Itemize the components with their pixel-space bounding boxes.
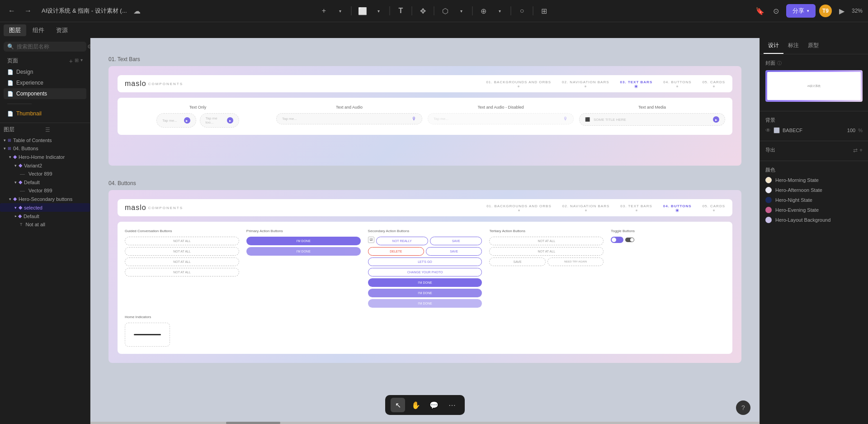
layer-hero-home[interactable]: ▾ ◆ Hero-Home Indicator [0, 152, 90, 161]
layer-chevron-default2[interactable]: ▾ [14, 215, 18, 217]
demo-btn-done2[interactable]: I'M DONE [246, 247, 361, 256]
frame-chevron[interactable]: ▾ [372, 4, 386, 18]
nav-item-buttons: 04. BUTTONS [663, 80, 691, 87]
demo-btn-tert1[interactable]: NOT AT ALL [489, 237, 604, 245]
cursor-tool-btn[interactable]: ↖ [391, 398, 405, 412]
demo-btn-letsgo[interactable]: LET'S GO [368, 257, 482, 266]
circle-tool[interactable]: ○ [515, 4, 529, 18]
right-tab-prototype[interactable]: 原型 [803, 38, 823, 54]
layer-chevron-secondary[interactable]: ▾ [9, 197, 11, 201]
demo-btn-not4[interactable]: NOT AT ALL [125, 268, 239, 276]
play-btn-2[interactable]: ▶ [227, 117, 233, 124]
layer-chevron-hero-home[interactable]: ▾ [9, 155, 11, 159]
layer-search-box[interactable]: 🔍 ⚙ [4, 42, 86, 52]
demo-btn-not2[interactable]: NOT AT ALL [125, 247, 239, 256]
play-button[interactable]: ▶ [835, 5, 848, 17]
hand-tool-btn[interactable]: ✋ [409, 398, 423, 412]
right-tab-design[interactable]: 设计 [764, 38, 783, 54]
forward-button[interactable]: → [22, 5, 34, 17]
frame-tool[interactable]: ⬜ [355, 4, 370, 18]
layer-not-at-all[interactable]: T Not at all [0, 220, 90, 229]
text-tool[interactable]: T [394, 4, 408, 18]
canvas-area[interactable]: 01. Text Bars maslo COMPONENTS 01. BACKG… [90, 38, 760, 424]
layer-default-1[interactable]: ▾ ◆ Default [0, 178, 90, 186]
bg-color-swatch[interactable] [774, 127, 780, 133]
checkbox-icon[interactable]: ☑ [368, 237, 374, 243]
bg-color-value[interactable]: BABECF [783, 128, 844, 133]
component-tool[interactable]: ⬡ [438, 4, 453, 18]
export-icon-left[interactable]: ⇄ [853, 147, 858, 153]
layer-hero-secondary[interactable]: ▾ ◆ Hero-Secondary buttons [0, 195, 90, 203]
layers-sort-icon[interactable]: ☰ [45, 127, 87, 133]
demo-btn-not1[interactable]: NOT AT ALL [125, 237, 239, 245]
layer-chevron-buttons[interactable]: ▾ [4, 146, 6, 151]
buttons-section-label: 04. Buttons [108, 180, 741, 186]
layer-table-of-contents[interactable]: ▾ ⊞ Table of Contents [0, 136, 90, 144]
help-button[interactable]: ? [736, 400, 750, 415]
demo-btn-done3[interactable]: I'M DONE [368, 278, 482, 287]
nav-item-bg: 01. BACKGROUNDS AND ORBS [486, 80, 551, 87]
layer-04-buttons[interactable]: ▾ ⊞ 04. Buttons [0, 144, 90, 152]
share-button[interactable]: 分享 ▾ [786, 4, 816, 18]
layer-variant2[interactable]: ▾ ◆ Variant2 [0, 161, 90, 170]
bool-tool[interactable]: ⊕ [476, 4, 491, 18]
page-design[interactable]: 📄 Design [4, 67, 86, 77]
layer-chevron-variant2[interactable]: ▾ [14, 163, 17, 168]
page-components[interactable]: 📄 Components [4, 88, 86, 99]
demo-btn-not3[interactable]: NOT AT ALL [125, 257, 239, 266]
play-btn-media[interactable]: ▶ [713, 116, 719, 123]
layer-search-input[interactable] [17, 43, 85, 50]
layer-default-2[interactable]: ▾ ◆ Default [0, 212, 90, 220]
bool-chevron[interactable]: ▾ [493, 4, 507, 18]
layer-chevron-default1[interactable]: ▾ [14, 180, 17, 185]
tab-assets[interactable]: 资源 [51, 24, 73, 36]
toggle-track-off[interactable] [625, 238, 634, 242]
more-tool-btn[interactable]: ⋯ [445, 398, 459, 412]
page-experience[interactable]: 📄 Experience [4, 77, 86, 88]
back-button[interactable]: ← [5, 5, 18, 17]
plus-chevron[interactable]: ▾ [333, 4, 348, 18]
layers-title: 图层 [4, 126, 45, 133]
add-page-icon[interactable]: + [69, 57, 73, 65]
search-icon[interactable]: ⊙ [770, 5, 783, 17]
bg-opacity-value[interactable]: 100 [847, 128, 855, 133]
export-icon-plus[interactable]: + [859, 147, 863, 153]
crop-tool[interactable]: ⊞ [537, 4, 552, 18]
demo-btn-photo[interactable]: CHANGE YOUR PHOTO [368, 268, 482, 276]
h-scrollbar-thumb[interactable] [226, 422, 280, 424]
layer-vector-899-2[interactable]: — Vector 899 [0, 186, 90, 195]
demo-btn-tert-save[interactable]: SAVE [489, 257, 545, 266]
bookmark-icon[interactable]: 🔖 [754, 5, 766, 17]
toggle-track[interactable] [611, 237, 623, 243]
vector-tool[interactable]: ✥ [416, 4, 430, 18]
demo-btn-save1[interactable]: SAVE [430, 237, 482, 245]
nav-dot-navbars [585, 86, 586, 87]
tab-components[interactable]: 组件 [27, 24, 50, 36]
demo-btn-tert-retry[interactable]: NEED TRY AGAIN [547, 257, 604, 266]
demo-btn-notreally[interactable]: NOT REALLY [376, 237, 428, 245]
right-tab-annotate[interactable]: 标注 [783, 38, 803, 54]
zoom-level[interactable]: 32% [852, 8, 863, 14]
layer-toc-label: Table of Contents [13, 138, 52, 143]
demo-btn-done1[interactable]: I'M DONE [246, 237, 361, 245]
plus-tool-button[interactable]: + [317, 4, 331, 18]
layer-selected[interactable]: ▾ ◆ selected [0, 203, 90, 212]
demo-btn-delete[interactable]: DELETE [368, 247, 424, 256]
layer-chevron-selected[interactable]: ▾ [14, 205, 17, 210]
layer-vector-899-1[interactable]: — Vector 899 [0, 170, 90, 178]
export-icons: ⇄ + [853, 147, 863, 153]
play-btn-1[interactable]: ▶ [184, 117, 190, 124]
demo-btn-save2[interactable]: SAVE [426, 247, 482, 256]
component-chevron[interactable]: ▾ [454, 4, 469, 18]
demo-btn-done5[interactable]: I'M DONE [368, 299, 482, 308]
pages-view-icon[interactable]: ⊞ [75, 57, 79, 65]
comment-tool-btn[interactable]: 💬 [427, 398, 441, 412]
pages-chevron[interactable]: ▾ [80, 57, 83, 65]
h-scrollbar-track[interactable] [90, 422, 760, 424]
tab-layers[interactable]: 图层 [4, 24, 26, 36]
eye-icon[interactable]: 👁 [765, 127, 771, 133]
demo-btn-done4[interactable]: I'M DONE [368, 289, 482, 297]
layer-chevron-toc[interactable]: ▾ [4, 138, 6, 143]
demo-btn-tert2[interactable]: NOT AT ALL [489, 247, 604, 256]
page-thumbnail[interactable]: 📄 Thumbnail [4, 108, 86, 119]
